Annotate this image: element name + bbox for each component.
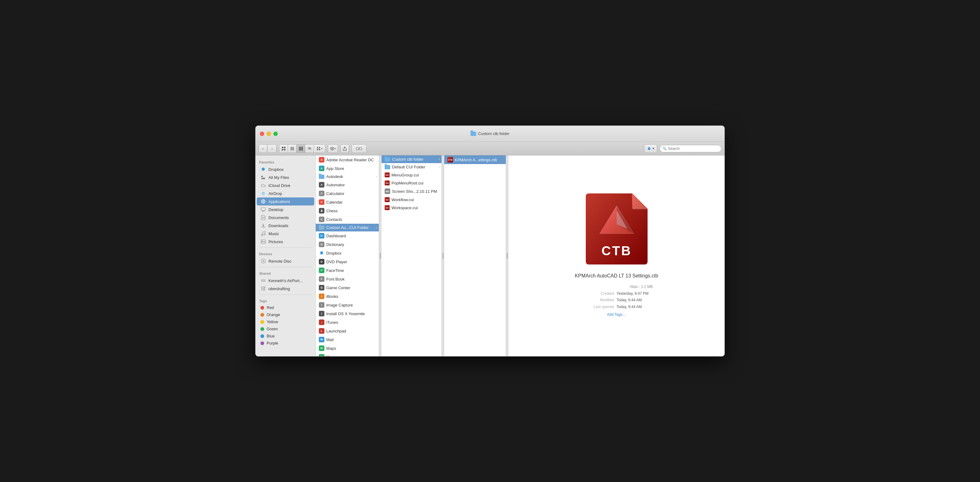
svg-rect-5 xyxy=(290,148,294,149)
folder-item-default-cui[interactable]: Default CUI Folder › xyxy=(382,163,441,171)
close-button[interactable] xyxy=(260,132,264,136)
app-item-dashboard[interactable]: D Dashboard xyxy=(316,231,379,240)
share-button[interactable] xyxy=(340,144,349,153)
app-item-dropbox[interactable]: Dropbox xyxy=(316,249,379,258)
file-item-popmenuroot[interactable]: cui PopMenuRoot.cui xyxy=(382,179,441,187)
sidebar-label-applications: Applications xyxy=(269,199,290,204)
workspace-icon: cui xyxy=(385,205,390,210)
app-item-dvdplayer[interactable]: D DVD Player xyxy=(316,258,379,266)
file-item-workflow[interactable]: cui Workflow.cui xyxy=(382,196,441,204)
app-item-calendar[interactable]: C Calendar xyxy=(316,198,379,207)
app-item-install-osx[interactable]: I Install OS X Yosemite xyxy=(316,309,379,318)
custom-ctb-folder-icon xyxy=(385,157,390,162)
sidebar-item-pictures[interactable]: Pictures xyxy=(257,238,314,246)
divider-tags xyxy=(259,294,312,295)
app-item-autodesk[interactable]: Autodesk › xyxy=(316,173,379,180)
svg-rect-27 xyxy=(261,178,265,179)
sidebar-label-remote-disc: Remote Disc xyxy=(269,259,291,264)
sidebar-tag-yellow[interactable]: Yellow xyxy=(257,318,314,325)
path-button[interactable] xyxy=(352,144,366,153)
app-item-automator[interactable]: A Automator xyxy=(316,180,379,189)
custom-cui-chevron: › xyxy=(376,226,377,229)
column-resize-1[interactable] xyxy=(379,156,382,356)
facetime-icon: F xyxy=(319,267,325,273)
minimize-button[interactable] xyxy=(267,132,271,136)
file-item-screenshot[interactable]: IMG Screen Sho...2.10.11 PM xyxy=(382,187,441,196)
app-item-mail[interactable]: ✉ Mail xyxy=(316,335,379,344)
app-item-acrobat[interactable]: A Adobe Acrobat Reader DC xyxy=(316,156,379,164)
meta-last-opened-row: Last opened Today, 9:44 AM xyxy=(567,304,666,310)
column-resize-2[interactable] xyxy=(442,156,444,356)
sidebar-item-all-my-files[interactable]: All My Files xyxy=(257,173,314,181)
icon-view-button[interactable] xyxy=(279,145,288,153)
sidebar-tag-blue[interactable]: Blue xyxy=(257,332,314,340)
app-label-itunes: iTunes xyxy=(326,320,338,325)
sidebar-item-applications[interactable]: Applications xyxy=(257,197,314,205)
app-item-facetime[interactable]: F FaceTime xyxy=(316,266,379,275)
blue-tag-dot xyxy=(261,334,264,338)
sidebar-item-uberdrafting[interactable]: uberdrafting xyxy=(257,285,314,293)
app-item-maps[interactable]: M Maps xyxy=(316,344,379,353)
search-box[interactable]: 🔍 xyxy=(660,145,721,152)
column-resize-3[interactable] xyxy=(506,156,509,356)
app-item-messages[interactable]: M Messages xyxy=(316,353,379,356)
app-item-calculator[interactable]: C Calculator xyxy=(316,189,379,198)
app-item-fontbook[interactable]: F Font Book xyxy=(316,275,379,283)
sidebar-item-downloads[interactable]: Downloads xyxy=(257,221,314,229)
meta-created-label: Created xyxy=(586,290,614,297)
sidebar-item-airdrop[interactable]: AirDrop xyxy=(257,189,314,197)
preview-metadata: Alias - 1.1 MB Created Yesterday, 8:47 P… xyxy=(567,284,666,318)
sidebar-item-kenneth[interactable]: Kenneth's AirPort... xyxy=(257,277,314,285)
list-view-button[interactable] xyxy=(288,145,297,153)
app-item-dictionary[interactable]: D Dictionary xyxy=(316,240,379,249)
sidebar-tag-purple[interactable]: Purple xyxy=(257,340,314,347)
app-label-appstore: App Store xyxy=(326,166,344,171)
folder-item-custom-ctb[interactable]: Custom ctb folder › xyxy=(382,156,441,163)
coverflow-view-button[interactable] xyxy=(305,145,314,153)
app-item-ibooks[interactable]: i iBooks xyxy=(316,292,379,301)
sidebar-item-remote-disc[interactable]: Remote Disc xyxy=(257,257,314,265)
app-item-imagecapture[interactable]: I Image Capture xyxy=(316,301,379,309)
sidebar-tag-red[interactable]: Red xyxy=(257,304,314,311)
arrange-button[interactable]: ▾ xyxy=(314,145,325,153)
svg-marker-53 xyxy=(320,253,323,255)
app-item-launchpad[interactable]: L Launchpad xyxy=(316,326,379,335)
action-button[interactable]: ▾ xyxy=(328,144,338,153)
red-tag-dot xyxy=(261,306,264,310)
meta-modified-row: Modified Today, 9:44 AM xyxy=(567,297,666,304)
ctb-preview-svg: CTB xyxy=(586,193,648,264)
file-item-kpmarch-ctb[interactable]: CTB KPMArch A...ettings.ctb xyxy=(444,156,506,164)
column-view-button[interactable] xyxy=(297,145,305,153)
app-label-gamecenter: Game Center xyxy=(326,285,350,290)
custom-ctb-chevron: › xyxy=(439,157,440,161)
app-item-contacts[interactable]: C Contacts xyxy=(316,215,379,224)
add-tags-link[interactable]: Add Tags… xyxy=(607,312,626,317)
maximize-button[interactable] xyxy=(274,132,278,136)
forward-button[interactable]: › xyxy=(268,144,277,153)
sidebar-item-icloud[interactable]: iCloud Drive xyxy=(257,181,314,189)
file-item-workspace[interactable]: cui Workspace.cui xyxy=(382,204,441,212)
svg-point-47 xyxy=(264,280,264,281)
app-item-appstore[interactable]: A App Store xyxy=(316,164,379,173)
shared-header: Shared xyxy=(256,269,315,277)
sidebar-item-desktop[interactable]: Desktop xyxy=(257,205,314,213)
app-item-itunes[interactable]: ♪ iTunes xyxy=(316,318,379,326)
sidebar-item-documents[interactable]: Documents xyxy=(257,213,314,221)
app-item-gamecenter[interactable]: G Game Center xyxy=(316,283,379,292)
app-label-chess: Chess xyxy=(326,208,338,213)
file-label-menugroup: MenuGroup.cui xyxy=(391,173,419,177)
sidebar-tag-green[interactable]: Green xyxy=(257,325,314,332)
sidebar-label-airdrop: AirDrop xyxy=(269,191,282,196)
sidebar-tag-orange[interactable]: Orange xyxy=(257,311,314,318)
dropbox-button[interactable]: ▾ xyxy=(644,144,657,153)
svg-rect-9 xyxy=(302,147,303,151)
sidebar-label-purple: Purple xyxy=(267,341,278,345)
sidebar-item-music[interactable]: Music xyxy=(257,229,314,238)
appstore-icon: A xyxy=(319,165,325,171)
app-item-custom-cui[interactable]: Custom Au...CUI Folder › xyxy=(316,224,379,231)
back-button[interactable]: ‹ xyxy=(259,144,267,153)
search-input[interactable] xyxy=(668,146,719,151)
app-item-chess[interactable]: ♟ Chess xyxy=(316,207,379,215)
file-item-menugroup[interactable]: cui MenuGroup.cui xyxy=(382,171,441,179)
sidebar-item-dropbox[interactable]: Dropbox xyxy=(257,165,314,173)
